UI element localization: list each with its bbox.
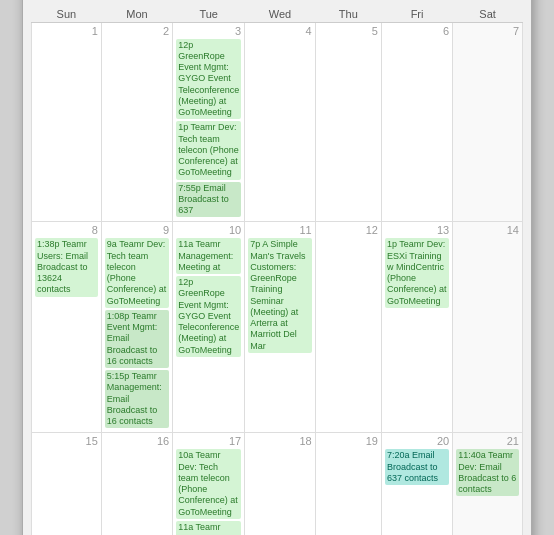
day-header-sat: Sat: [453, 6, 523, 23]
calendar-cell: 2: [101, 22, 172, 222]
calendar-cell: 81:38p Teamr Users: Email Broadcast to 1…: [32, 222, 102, 433]
calendar-cell: 1710a Teamr Dev: Tech team telecon (Phon…: [173, 433, 245, 535]
day-number: 11: [248, 224, 311, 236]
calendar-cell: 4: [245, 22, 315, 222]
day-header-mon: Mon: [101, 6, 172, 23]
calendar-grid: SunMonTueWedThuFriSat 12312p GreenRope E…: [31, 6, 523, 536]
day-number: 14: [456, 224, 519, 236]
calendar-event[interactable]: 12p GreenRope Event Mgmt: GYGO Event Tel…: [176, 276, 241, 357]
day-number: 18: [248, 435, 311, 447]
day-number: 20: [385, 435, 449, 447]
day-number: 1: [35, 25, 98, 37]
day-header-sun: Sun: [32, 6, 102, 23]
day-number: 2: [105, 25, 169, 37]
day-number: 5: [319, 25, 378, 37]
calendar-cell: 6: [381, 22, 452, 222]
day-number: 17: [176, 435, 241, 447]
calendar-event[interactable]: 7:20a Email Broadcast to 637 contacts: [385, 449, 449, 485]
calendar-cell: 12: [315, 222, 381, 433]
calendar-event[interactable]: 7:55p Email Broadcast to 637: [176, 182, 241, 218]
day-header-thu: Thu: [315, 6, 381, 23]
day-header-fri: Fri: [381, 6, 452, 23]
day-number: 10: [176, 224, 241, 236]
calendar-cell: 15: [32, 433, 102, 535]
calendar-event[interactable]: 1:38p Teamr Users: Email Broadcast to 13…: [35, 238, 98, 296]
day-number: 9: [105, 224, 169, 236]
calendar-cell: 2111:40a Teamr Dev: Email Broadcast to 6…: [453, 433, 523, 535]
calendar-event[interactable]: 11a Teamr Management: Meeting at: [176, 521, 241, 535]
calendar-event[interactable]: 5:15p Teamr Management: Email Broadcast …: [105, 370, 169, 428]
calendar-cell: 207:20a Email Broadcast to 637 contacts: [381, 433, 452, 535]
calendar-cell: 1011a Teamr Management: Meeting at12p Gr…: [173, 222, 245, 433]
calendar-cell: 14: [453, 222, 523, 433]
day-number: 4: [248, 25, 311, 37]
day-number: 7: [456, 25, 519, 37]
calendar-event[interactable]: 7p A Simple Man's Travels Customers: Gre…: [248, 238, 311, 353]
calendar-cell: 312p GreenRope Event Mgmt: GYGO Event Te…: [173, 22, 245, 222]
calendar-cell: 16: [101, 433, 172, 535]
calendar-cell: 7: [453, 22, 523, 222]
day-number: 19: [319, 435, 378, 447]
day-number: 13: [385, 224, 449, 236]
calendar-cell: 19: [315, 433, 381, 535]
calendar-cell: 1: [32, 22, 102, 222]
calendar-cell: 5: [315, 22, 381, 222]
day-number: 3: [176, 25, 241, 37]
calendar-event[interactable]: 11a Teamr Management: Meeting at: [176, 238, 241, 274]
calendar-cell: 117p A Simple Man's Travels Customers: G…: [245, 222, 315, 433]
day-number: 6: [385, 25, 449, 37]
day-number: 15: [35, 435, 98, 447]
calendar-cell: 131p Teamr Dev: ESXi Training w MindCent…: [381, 222, 452, 433]
day-number: 12: [319, 224, 378, 236]
day-number: 21: [456, 435, 519, 447]
calendar-event[interactable]: 1p Teamr Dev: ESXi Training w MindCentri…: [385, 238, 449, 308]
calendar-event[interactable]: 12p GreenRope Event Mgmt: GYGO Event Tel…: [176, 39, 241, 120]
day-header-tue: Tue: [173, 6, 245, 23]
calendar-event[interactable]: 9a Teamr Dev: Tech team telecon (Phone C…: [105, 238, 169, 308]
calendar-event[interactable]: 11:40a Teamr Dev: Email Broadcast to 6 c…: [456, 449, 519, 496]
day-header-wed: Wed: [245, 6, 315, 23]
calendar-cell: 99a Teamr Dev: Tech team telecon (Phone …: [101, 222, 172, 433]
calendar-container: SunMonTueWedThuFriSat 12312p GreenRope E…: [22, 0, 532, 535]
calendar-cell: 18: [245, 433, 315, 535]
day-number: 8: [35, 224, 98, 236]
calendar-event[interactable]: 10a Teamr Dev: Tech team telecon (Phone …: [176, 449, 241, 519]
day-number: 16: [105, 435, 169, 447]
calendar-event[interactable]: 1:08p Teamr Event Mgmt: Email Broadcast …: [105, 310, 169, 368]
calendar-event[interactable]: 1p Teamr Dev: Tech team telecon (Phone C…: [176, 121, 241, 179]
